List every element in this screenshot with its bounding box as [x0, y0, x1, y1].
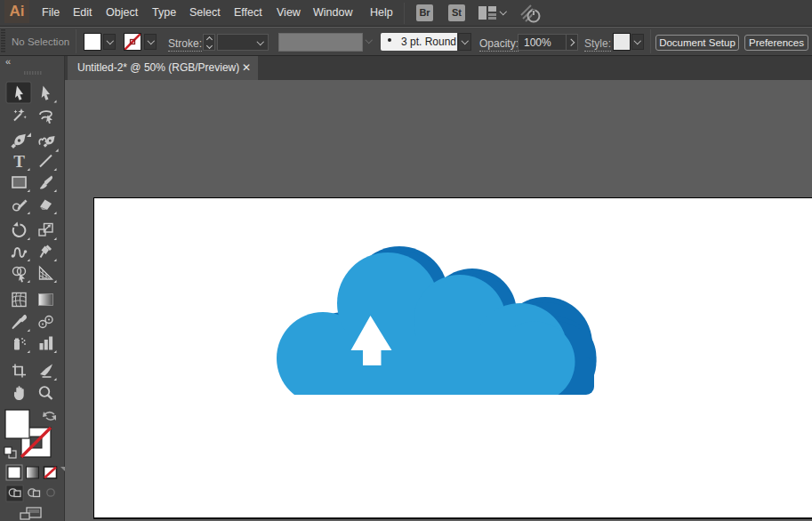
- svg-text:T: T: [13, 152, 25, 171]
